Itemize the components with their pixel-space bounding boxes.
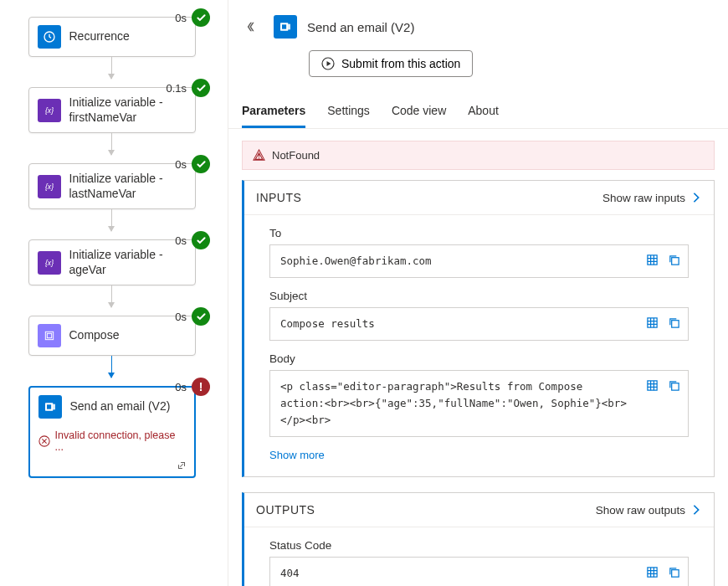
- svg-text:{x}: {x}: [44, 259, 53, 267]
- svg-text:{x}: {x}: [44, 106, 53, 115]
- inputs-section: INPUTS Show raw inputs ToSophie.Owen@fab…: [242, 180, 715, 477]
- field-value: Compose results: [269, 307, 689, 341]
- svg-text:{x}: {x}: [44, 182, 53, 191]
- flow-canvas: 0sRecurrence0.1s{x}Initialize variable -…: [0, 0, 228, 586]
- node-duration: 0s: [175, 12, 187, 24]
- outlook-icon: [274, 15, 297, 39]
- node-title: Send an email (V2): [70, 399, 171, 414]
- node-title: Initialize variable - lastNameVar: [69, 172, 187, 201]
- tab-code-view[interactable]: Code view: [392, 97, 446, 128]
- node-error-text: Invalid connection, please ...: [30, 426, 194, 460]
- node-duration: 0s: [175, 311, 187, 323]
- status-success-icon: [192, 307, 210, 326]
- svg-rect-4: [45, 332, 53, 339]
- flow-node[interactable]: {x}Initialize variable - ageVar: [28, 239, 196, 285]
- copy-icon[interactable]: [666, 315, 681, 330]
- svg-rect-5: [47, 333, 51, 337]
- grid-view-icon[interactable]: [644, 378, 659, 393]
- tab-parameters[interactable]: Parameters: [242, 97, 305, 128]
- subject-field: SubjectCompose results: [269, 290, 689, 341]
- node-duration: 0s: [175, 234, 187, 247]
- action-detail-panel: Send an email (V2) Submit from this acti…: [228, 0, 728, 586]
- svg-rect-17: [671, 257, 678, 264]
- action-title: Send an email (V2): [307, 20, 414, 34]
- warning-triangle-icon: [253, 149, 265, 162]
- var-icon: {x}: [38, 175, 61, 198]
- flow-connector: [111, 133, 112, 155]
- outlook-icon: [38, 395, 62, 419]
- collapse-panel-button[interactable]: [240, 15, 264, 39]
- svg-rect-15: [259, 157, 259, 158]
- play-circle-icon: [321, 57, 335, 70]
- field-label: To: [269, 227, 689, 239]
- flow-connector: [111, 285, 112, 307]
- var-icon: {x}: [38, 251, 61, 275]
- flow-connector: [111, 209, 112, 231]
- svg-rect-18: [647, 317, 656, 326]
- flow-node[interactable]: Recurrence: [28, 17, 196, 57]
- svg-rect-12: [286, 24, 290, 30]
- chevron-right-icon: [690, 504, 702, 516]
- submit-button-label: Submit from this action: [341, 57, 460, 70]
- tab-settings[interactable]: Settings: [327, 97, 370, 128]
- status-error-icon: !: [192, 378, 210, 396]
- alert-notfound: NotFound: [242, 141, 715, 170]
- chevron-right-icon: [690, 192, 702, 203]
- show-raw-inputs-link[interactable]: Show raw inputs: [602, 192, 702, 204]
- flow-connector: [111, 356, 112, 378]
- node-title: Initialize variable - firstNameVar: [69, 95, 187, 125]
- copy-icon[interactable]: [666, 378, 681, 393]
- node-title: Initialize variable - ageVar: [69, 248, 187, 277]
- svg-rect-20: [647, 380, 656, 389]
- tab-about[interactable]: About: [468, 97, 499, 128]
- node-title: Compose: [69, 328, 120, 343]
- status-code-field: Status Code404: [269, 539, 689, 586]
- field-value: Sophie.Owen@fabrikam.com: [269, 244, 689, 278]
- outputs-section: OUTPUTS Show raw outputs Status Code404: [242, 492, 715, 586]
- flow-node[interactable]: Compose: [28, 316, 196, 356]
- grid-view-icon[interactable]: [644, 252, 659, 267]
- svg-rect-14: [259, 154, 259, 157]
- svg-rect-22: [647, 567, 656, 576]
- svg-rect-21: [671, 383, 678, 389]
- status-success-icon: [192, 155, 210, 173]
- clock-icon: [38, 25, 61, 49]
- outputs-heading: OUTPUTS: [256, 503, 315, 517]
- node-duration: 0s: [175, 158, 187, 171]
- grid-view-icon[interactable]: [644, 315, 659, 330]
- field-value: 404: [269, 557, 689, 586]
- field-value: <p class="editor-paragraph">Results from…: [269, 370, 689, 437]
- svg-rect-23: [671, 569, 678, 576]
- body-field: Body<p class="editor-paragraph">Results …: [269, 352, 689, 437]
- flow-connector: [111, 57, 112, 79]
- field-label: Subject: [269, 290, 689, 302]
- status-success-icon: [192, 79, 210, 97]
- detail-tabs: ParametersSettingsCode viewAbout: [228, 97, 728, 129]
- svg-rect-11: [282, 24, 286, 28]
- svg-rect-7: [47, 404, 51, 409]
- node-duration: 0s: [175, 381, 187, 393]
- to-field: ToSophie.Owen@fabrikam.com: [269, 227, 689, 278]
- node-duration: 0.1s: [166, 82, 187, 95]
- status-success-icon: [192, 231, 210, 249]
- flow-node[interactable]: {x}Initialize variable - lastNameVar: [28, 163, 196, 209]
- svg-rect-19: [671, 320, 678, 326]
- field-label: Body: [269, 352, 689, 365]
- svg-rect-8: [51, 404, 55, 410]
- node-title: Recurrence: [69, 29, 130, 44]
- var-icon: {x}: [38, 99, 61, 122]
- compose-icon: [38, 324, 61, 347]
- grid-view-icon[interactable]: [644, 564, 659, 579]
- copy-icon[interactable]: [666, 564, 681, 579]
- status-success-icon: [192, 8, 210, 27]
- flow-node[interactable]: Send an email (V2)Invalid connection, pl…: [28, 386, 196, 478]
- field-label: Status Code: [269, 539, 689, 552]
- submit-from-action-button[interactable]: Submit from this action: [309, 50, 473, 77]
- connection-link-icon[interactable]: [30, 460, 194, 476]
- svg-rect-16: [647, 254, 656, 264]
- show-more-link[interactable]: Show more: [269, 449, 689, 461]
- alert-text: NotFound: [272, 149, 320, 162]
- show-raw-outputs-link[interactable]: Show raw outputs: [596, 504, 702, 517]
- copy-icon[interactable]: [666, 252, 681, 267]
- inputs-heading: INPUTS: [256, 191, 301, 204]
